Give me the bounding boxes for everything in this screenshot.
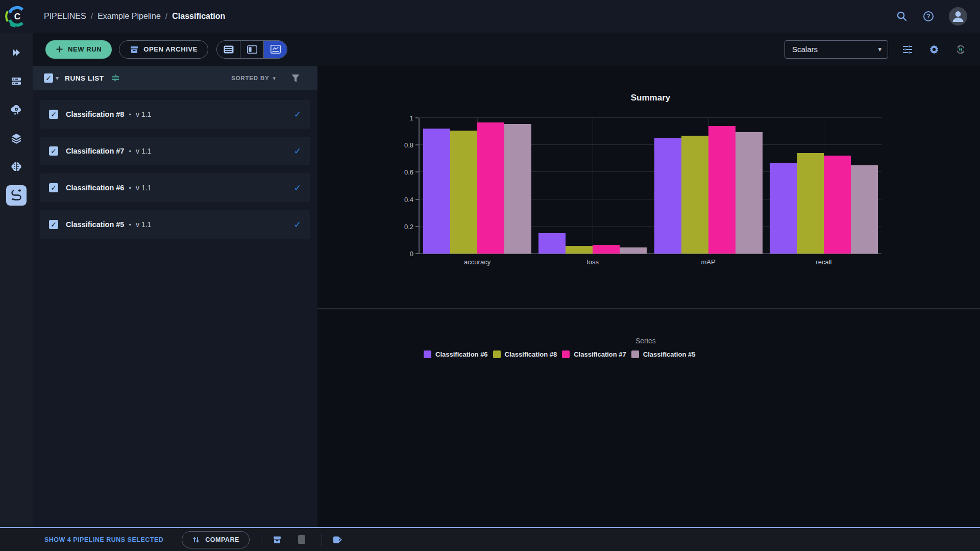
chevron-down-icon: ▾ (878, 45, 881, 53)
y-tick-label: 0.6 (404, 168, 413, 176)
legend-item[interactable]: Classification #5 (631, 350, 696, 358)
selection-footer: SHOW 4 PIPELINE RUNS SELECTED COMPARE (0, 527, 980, 551)
runs-header-right: SORTED BY ▾ (231, 74, 307, 83)
bullet-icon: • (129, 147, 131, 155)
bar-classification-#8-mAP (681, 136, 708, 254)
y-tick (415, 144, 419, 145)
bar-classification-#7-recall (824, 156, 851, 254)
models-icon (10, 160, 23, 173)
run-checkbox[interactable]: ✓ (49, 220, 58, 229)
view-mode-toggle (216, 40, 287, 59)
filter-funnel-icon[interactable] (291, 74, 300, 83)
y-axis-line (419, 118, 420, 254)
run-name: Classification #8 (66, 110, 124, 118)
x-tick-label: loss (587, 258, 599, 266)
y-tick (415, 253, 419, 254)
run-row[interactable]: ✓Classification #6•v 1.1✓ (40, 173, 310, 202)
sorted-by-caret-icon[interactable]: ▾ (273, 75, 276, 82)
chart-legend: Classification #6Classification #8Classi… (424, 350, 695, 358)
breadcrumb-separator: / (165, 12, 167, 21)
bar-classification-#5-loss (620, 247, 647, 254)
pipelines-icon (10, 189, 23, 202)
tune-icon[interactable] (900, 42, 915, 57)
sidebar-item-queues[interactable] (6, 71, 27, 91)
selection-count-button[interactable]: SHOW 4 PIPELINE RUNS SELECTED (44, 536, 163, 543)
y-tick-label: 0.4 (404, 195, 413, 203)
tag-icon[interactable] (329, 531, 347, 548)
sidebar-item-projects[interactable] (6, 42, 27, 63)
x-tick-label: recall (816, 258, 831, 266)
table-view-button[interactable] (217, 41, 240, 58)
table-view-icon (224, 45, 234, 54)
clearml-logo[interactable]: C (4, 4, 29, 29)
compare-button[interactable]: COMPARE (182, 531, 249, 548)
new-run-button[interactable]: NEW RUN (45, 40, 112, 59)
bar-classification-#8-loss (566, 246, 593, 254)
y-tick (415, 117, 419, 118)
breadcrumb-pipelines[interactable]: PIPELINES (44, 12, 86, 21)
run-checkbox[interactable]: ✓ (49, 146, 58, 156)
list-settings-icon[interactable] (111, 73, 120, 83)
footer-divider (261, 534, 261, 546)
bar-classification-#6-mAP (654, 138, 681, 254)
y-tick (415, 171, 419, 172)
search-icon[interactable] (895, 10, 909, 23)
legend-swatch (631, 350, 639, 358)
bullet-icon: • (129, 184, 131, 192)
runs-panel: ✓ ▾ RUNS LIST SORTED BY ▾ ✓Classificatio… (33, 66, 317, 527)
sorted-by-button[interactable]: SORTED BY (231, 75, 269, 81)
run-name: Classification #5 (66, 220, 124, 229)
bullet-icon: • (129, 111, 131, 118)
auto-refresh-icon[interactable] (953, 42, 968, 57)
chart-view-button[interactable] (264, 41, 287, 58)
metric-type-select[interactable]: Scalars ▾ (785, 40, 888, 59)
gear-icon[interactable] (927, 42, 941, 57)
bar-classification-#7-mAP (708, 126, 736, 254)
footer-divider (322, 534, 322, 546)
projects-icon (10, 46, 22, 59)
run-checkbox[interactable]: ✓ (49, 110, 58, 119)
y-tick (415, 226, 419, 227)
pipeline-toolbar: NEW RUN OPEN ARCHIVE Scalars ▾ (33, 33, 980, 66)
select-all-caret-icon[interactable]: ▾ (56, 74, 59, 82)
run-checkbox[interactable]: ✓ (49, 183, 58, 192)
run-row[interactable]: ✓Classification #8•v 1.1✓ (40, 100, 310, 129)
run-row[interactable]: ✓Classification #7•v 1.1✓ (40, 137, 310, 165)
app-root: C PIPELINES / Example Pipeline / Classif… (0, 0, 980, 551)
open-archive-label: OPEN ARCHIVE (143, 45, 198, 53)
open-archive-button[interactable]: OPEN ARCHIVE (119, 40, 208, 59)
chart-title: Summary (420, 93, 881, 103)
plot-area: 00.20.40.60.81accuracylossmAPrecall (420, 118, 881, 254)
archive-icon[interactable] (268, 531, 286, 548)
help-icon[interactable]: ? (922, 10, 935, 23)
run-version: v 1.1 (136, 147, 151, 155)
split-view-button[interactable] (240, 41, 264, 58)
legend-item[interactable]: Classification #8 (493, 350, 557, 358)
run-row[interactable]: ✓Classification #5•v 1.1✓ (40, 210, 310, 239)
new-run-label: NEW RUN (68, 45, 102, 53)
legend-item[interactable]: Classification #6 (424, 350, 488, 358)
y-tick (415, 199, 419, 200)
compare-icon (192, 536, 200, 544)
runs-list-title: RUNS LIST (65, 74, 104, 82)
sidebar-item-pipelines[interactable] (6, 185, 27, 206)
bar-classification-#7-loss (593, 245, 620, 254)
top-header: C PIPELINES / Example Pipeline / Classif… (0, 0, 980, 33)
legend-item[interactable]: Classification #7 (562, 350, 626, 358)
breadcrumb-example-pipeline[interactable]: Example Pipeline (97, 12, 161, 21)
sidebar-item-datasets[interactable] (6, 128, 27, 148)
legend-swatch (424, 350, 431, 358)
select-all-checkbox[interactable]: ✓ (44, 73, 53, 83)
sidebar-item-models[interactable] (6, 157, 27, 177)
toolbar-right: Scalars ▾ (785, 40, 968, 59)
y-tick-label: 1 (410, 114, 413, 122)
x-tick-label: mAP (701, 258, 716, 266)
chart-panel: Summary 00.20.40.60.81accuracylossmAPrec… (317, 66, 980, 527)
sidebar-item-workers[interactable] (6, 99, 27, 120)
bullet-icon: • (129, 221, 131, 229)
bar-classification-#5-mAP (736, 132, 763, 254)
archive-icon (130, 45, 139, 54)
avatar[interactable] (948, 7, 968, 26)
h-gridline (420, 117, 881, 118)
run-version: v 1.1 (136, 110, 151, 118)
